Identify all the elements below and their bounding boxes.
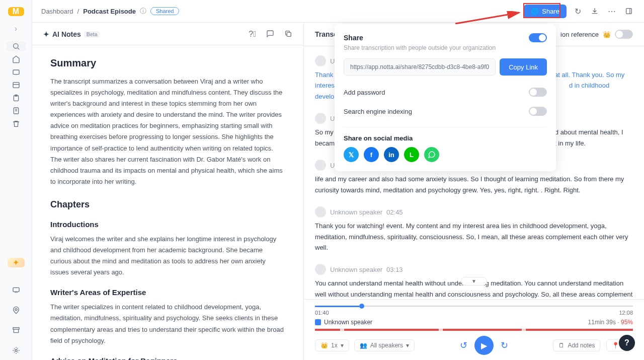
crown-icon: 👑: [320, 342, 328, 349]
audio-player: 01:40 12:08 Unknown speaker 11min 39s · …: [304, 299, 644, 360]
svg-point-8: [15, 349, 17, 351]
chat-icon[interactable]: [7, 280, 26, 300]
chevron-down-icon: ▾: [406, 342, 409, 349]
breadcrumb-sep: /: [77, 8, 79, 15]
sparkle-icon[interactable]: ✦: [8, 258, 25, 267]
ai-notes-label: AI Notes: [52, 30, 81, 38]
speaker-label: Unknown speaker: [330, 266, 382, 273]
skip-back-icon[interactable]: ↺: [460, 340, 467, 351]
popup-subtitle: Share transcription with people outside …: [344, 44, 547, 51]
calendar-icon[interactable]: [7, 80, 26, 90]
chapter-2-text: The writer specializes in content relate…: [50, 302, 285, 346]
svg-point-6: [15, 309, 17, 311]
search-icon[interactable]: [7, 41, 26, 51]
chapter-3-title: Advice on Meditation for Beginners: [50, 356, 285, 360]
people-icon: 👥: [360, 342, 367, 349]
scrubber-knob[interactable]: [359, 304, 364, 309]
avatar: [315, 206, 326, 218]
reference-toggle[interactable]: [615, 30, 633, 39]
utterance-text[interactable]: Thank you for watching! event. My conten…: [315, 221, 633, 253]
total-time: 12:08: [619, 310, 633, 316]
social-heading: Share on social media: [344, 134, 547, 142]
summary-text: The transcript summarizes a conversation…: [50, 76, 285, 187]
speed-selector[interactable]: 👑1x▾: [315, 339, 349, 351]
home-icon[interactable]: [7, 54, 26, 64]
waveform[interactable]: [315, 329, 633, 331]
document-icon[interactable]: [7, 106, 26, 116]
location-icon[interactable]: [7, 301, 26, 320]
duration: 11min 39s: [588, 319, 616, 326]
shared-badge: Shared: [150, 7, 179, 15]
more-icon[interactable]: ⋯: [606, 5, 618, 17]
current-time: 01:40: [315, 310, 329, 316]
svg-rect-7: [13, 328, 19, 329]
copy-icon[interactable]: [284, 30, 292, 40]
ai-notes-tab[interactable]: ✦ AI Notes Beta: [43, 30, 100, 44]
timeline[interactable]: [315, 305, 633, 308]
archive-icon[interactable]: [7, 321, 26, 340]
avatar: [315, 160, 326, 171]
expand-chevron-icon[interactable]: ▼: [461, 277, 487, 285]
crown-icon: 👑: [603, 31, 611, 38]
svg-point-0: [13, 44, 18, 48]
line-icon[interactable]: L: [404, 147, 419, 162]
help-fab[interactable]: ?: [619, 335, 635, 351]
add-notes-button[interactable]: 🗒Add notes: [553, 339, 600, 351]
refresh-icon[interactable]: ↻: [572, 5, 584, 17]
speaker-name: Unknown speaker: [324, 319, 372, 326]
note-icon: 🗒: [558, 342, 565, 349]
svg-rect-2: [13, 83, 19, 88]
breadcrumb-current: Podcast Episode: [83, 8, 136, 15]
play-button[interactable]: ▶: [474, 336, 494, 355]
help-icon[interactable]: ?⃝: [249, 30, 256, 40]
add-password-label: Add password: [344, 89, 385, 96]
chapter-1-text: Viraj welcomes the writer and she explai…: [50, 234, 285, 278]
breadcrumb: Dashboard / Podcast Episode ⓘ Shared: [41, 7, 179, 16]
folder-icon[interactable]: [7, 67, 26, 77]
add-password-toggle[interactable]: [529, 88, 547, 97]
copy-link-button[interactable]: Copy Link: [500, 58, 547, 76]
share-popup: Share Share transcription with people ou…: [335, 24, 556, 171]
twitter-icon[interactable]: 𝕏: [344, 147, 359, 162]
share-link-input[interactable]: [344, 58, 496, 76]
beta-badge: Beta: [84, 31, 100, 38]
speaker-label: Unknown speaker: [330, 208, 382, 216]
percent: 95%: [621, 319, 633, 326]
avatar: [315, 264, 326, 275]
popup-title: Share: [344, 34, 363, 42]
chapter-1-title: Introductions: [50, 220, 285, 229]
sparkle-icon: ✦: [43, 30, 49, 38]
trash-icon[interactable]: [7, 119, 26, 129]
utterance-text[interactable]: life and my career and also had some anx…: [315, 174, 633, 195]
comment-icon[interactable]: [266, 30, 274, 40]
skip-forward-icon[interactable]: ↻: [501, 340, 508, 351]
info-icon[interactable]: ⓘ: [140, 7, 146, 16]
search-indexing-toggle[interactable]: [529, 107, 547, 116]
share-enable-toggle[interactable]: [529, 33, 547, 42]
facebook-icon[interactable]: f: [364, 147, 379, 162]
utterance: Unknown speaker02:45 Thank you for watch…: [315, 206, 633, 253]
chapter-2-title: Writer's Areas of Expertise: [50, 288, 285, 297]
collapse-arrow-icon[interactable]: ›: [11, 24, 21, 33]
download-icon[interactable]: [589, 5, 601, 17]
app-logo[interactable]: M: [8, 7, 24, 16]
annotation-highlight: [523, 3, 560, 18]
chevron-down-icon: ▾: [341, 342, 344, 349]
linkedin-icon[interactable]: in: [384, 147, 399, 162]
avatar: [315, 55, 326, 66]
svg-line-12: [455, 13, 519, 24]
svg-rect-10: [287, 32, 291, 36]
breadcrumb-root[interactable]: Dashboard: [41, 8, 73, 15]
summary-heading: Summary: [50, 57, 285, 69]
settings-icon[interactable]: [7, 341, 26, 360]
speakers-selector[interactable]: 👥All speakers▾: [354, 339, 415, 351]
whatsapp-icon[interactable]: [424, 147, 439, 162]
clipboard-icon[interactable]: [7, 93, 26, 103]
timestamp[interactable]: 02:45: [386, 208, 403, 216]
svg-rect-1: [13, 70, 19, 75]
timestamp[interactable]: 03:13: [386, 266, 403, 273]
panel-icon[interactable]: [623, 5, 635, 17]
speaker-checkbox[interactable]: [315, 319, 321, 325]
svg-rect-5: [13, 287, 19, 292]
avatar: [315, 113, 326, 124]
